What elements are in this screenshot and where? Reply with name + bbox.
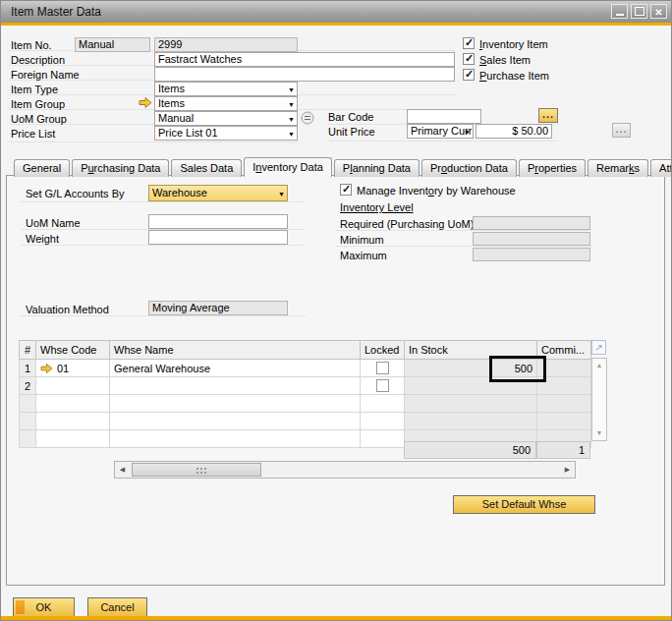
item-type-dropdown[interactable]: Items [154,82,298,96]
locked-checkbox[interactable] [376,379,389,392]
committed-cell[interactable] [537,360,591,377]
col-header-committed[interactable]: Commi... [537,341,591,360]
uom-group-dropdown[interactable]: Manual [154,111,298,126]
item-no-type-field[interactable]: Manual [75,37,150,52]
tab-attachments[interactable]: Attachments [650,159,672,177]
tab-remarks[interactable]: Remarks [588,159,648,177]
locked-checkbox[interactable] [376,362,389,374]
in-stock-cell[interactable] [405,377,537,395]
whse-link-arrow-icon[interactable] [40,364,53,373]
window-title: Item Master Data [11,5,101,19]
row-number: 2 [20,377,36,395]
unit-price-browse-button[interactable]: ... [612,123,631,138]
horizontal-scrollbar[interactable]: ◀ ▶ [114,461,576,479]
description-field[interactable]: Fastract Watches [154,52,455,67]
table-row[interactable] [20,395,591,413]
ok-button-accent [16,600,25,614]
scroll-down-icon[interactable]: ▼ [596,426,603,440]
scroll-right-icon[interactable]: ▶ [560,462,575,478]
weight-field[interactable] [148,230,288,245]
uom-name-field[interactable] [148,214,288,229]
maximize-icon [635,7,644,16]
tab-planning-data[interactable]: Planning Data [334,159,420,177]
tab-sales-data[interactable]: Sales Data [171,159,242,177]
locked-cell[interactable] [361,377,405,395]
sales-item-label: Sales Item [479,54,531,66]
manage-inventory-checkbox[interactable] [340,184,352,196]
whse-name-cell[interactable]: General Warehouse [110,360,361,377]
inventory-item-checkbox[interactable] [463,37,475,49]
maximum-field [473,248,590,261]
required-field [473,216,590,230]
tab-bar: General Purchasing Data Sales Data Inven… [14,157,672,177]
purchase-item-label: Purchase Item [479,70,549,82]
set-default-whse-button[interactable]: Set Default Whse [453,495,595,514]
foreign-name-field[interactable] [154,67,455,82]
committed-cell[interactable] [537,377,591,395]
item-type-label: Item Type [11,84,58,95]
uom-group-label: UoM Group [11,113,67,125]
row-number: 1 [20,360,36,377]
vertical-scrollbar[interactable]: ▲ ▼ [591,358,607,441]
item-no-label: Item No. [11,39,52,51]
unit-price-field[interactable]: $ 50.00 [476,124,552,139]
in-stock-cell[interactable]: 500 [405,360,537,377]
row-separator [21,245,306,246]
col-header-whse-name[interactable]: Whse Name [110,341,361,360]
expand-table-icon[interactable]: ↗ [591,340,606,355]
tab-purchasing-data[interactable]: Purchasing Data [72,159,169,177]
row-separator [9,141,298,142]
tab-production-data[interactable]: Production Data [421,159,517,177]
col-header-in-stock[interactable]: In Stock [405,341,537,360]
whse-code-cell[interactable] [36,377,110,395]
maximize-button[interactable] [631,4,647,19]
currency-value: Primary Curr [411,125,472,137]
valuation-method-field: Moving Average [148,301,288,315]
purchase-item-checkbox[interactable] [463,69,475,81]
whse-name-cell[interactable] [110,377,361,395]
cancel-button[interactable]: Cancel [87,597,147,617]
locked-cell[interactable] [361,360,405,377]
row-separator [21,201,306,202]
table-row[interactable]: 1 01 General Warehouse 500 [20,360,591,377]
uom-group-value: Manual [158,112,194,124]
scroll-left-icon[interactable]: ◀ [115,462,130,478]
table-row[interactable]: 2 [20,377,591,395]
gl-accounts-dropdown[interactable]: Warehouse [148,185,288,201]
row-separator [21,315,306,316]
gl-accounts-label: Set G/L Accounts By [26,188,124,199]
uom-list-icon[interactable] [301,111,314,125]
title-bar[interactable]: Item Master Data [1,1,671,26]
minimize-button[interactable] [611,4,628,19]
bar-code-field[interactable] [407,109,481,124]
item-group-value: Items [158,97,185,109]
scroll-up-icon[interactable]: ▲ [596,359,603,372]
tab-general[interactable]: General [14,159,70,177]
currency-dropdown[interactable]: Primary Curr [407,124,474,139]
ok-button[interactable]: OK [13,597,75,617]
sales-item-checkbox[interactable] [463,53,475,65]
item-no-field[interactable]: 2999 [154,37,298,52]
price-list-label: Price List [11,128,55,140]
tab-inventory-data[interactable]: Inventory Data [244,157,332,177]
tab-properties[interactable]: Properties [519,159,586,177]
col-header-whse-code[interactable]: Whse Code [36,341,110,360]
scrollbar-thumb[interactable] [132,463,261,477]
item-master-data-window: Item Master Data Item No. Description Fo… [0,0,672,621]
col-header-locked[interactable]: Locked [361,341,405,360]
valuation-method-label: Valuation Method [26,304,109,315]
inventory-level-heading: Inventory Level [340,201,414,213]
item-group-link-arrow-icon[interactable] [139,97,152,108]
minimum-label: Minimum [340,234,384,246]
item-group-dropdown[interactable]: Items [154,96,298,111]
col-header-number[interactable]: # [20,341,36,360]
row-separator [335,246,592,247]
table-row[interactable] [20,413,591,430]
ok-button-label: OK [36,601,52,613]
whse-code-cell[interactable]: 01 [36,360,110,377]
close-button[interactable] [650,4,667,19]
window-bottom-accent [1,616,671,620]
price-list-dropdown[interactable]: Price List 01 [154,126,298,141]
close-icon [654,6,662,18]
bar-code-browse-button[interactable]: ... [538,108,558,123]
